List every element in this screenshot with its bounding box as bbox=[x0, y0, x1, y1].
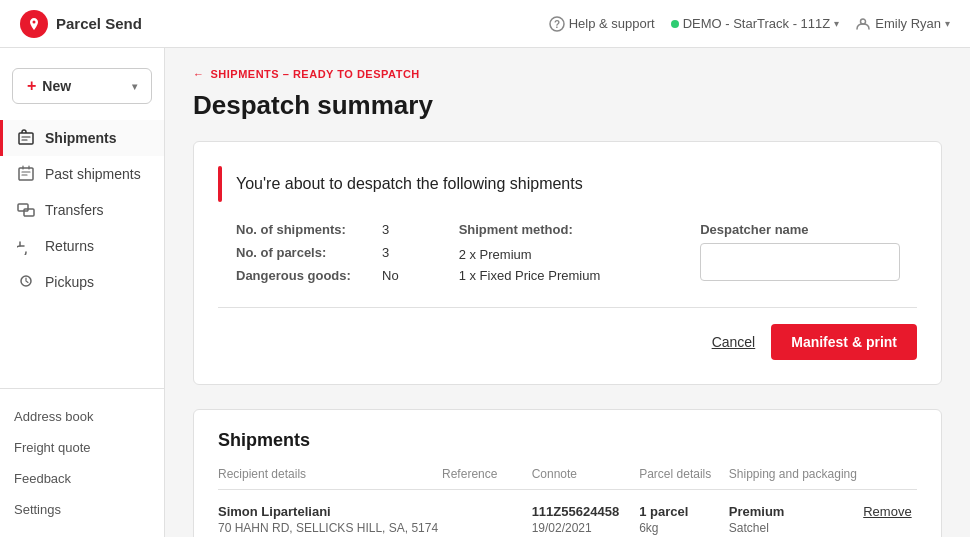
td-action-1: Remove bbox=[863, 504, 917, 519]
shipment-method-values: 2 x Premium1 x Fixed Price Premium bbox=[459, 245, 601, 287]
sidebar-item-past-shipments[interactable]: Past shipments bbox=[0, 156, 164, 192]
th-shipping: Shipping and packaging bbox=[729, 467, 863, 481]
breadcrumb-text: SHIPMENTS – READY TO DESPATCH bbox=[211, 68, 420, 80]
transfers-icon bbox=[17, 201, 35, 219]
breadcrumb-arrow: ← bbox=[193, 68, 205, 80]
help-icon: ? bbox=[549, 16, 565, 32]
sidebar-bottom: Address book Freight quote Feedback Sett… bbox=[0, 388, 164, 537]
td-shipping-1: Premium Satchel bbox=[729, 504, 863, 535]
th-parcel: Parcel details bbox=[639, 467, 729, 481]
pickups-icon bbox=[17, 273, 35, 291]
svg-rect-5 bbox=[19, 168, 33, 180]
parcels-value: 3 bbox=[382, 245, 389, 260]
th-reference: Reference bbox=[442, 467, 532, 481]
layout: + New ▾ Shipments bbox=[0, 48, 970, 537]
demo-label: DEMO - StarTrack - 111Z bbox=[683, 16, 831, 31]
table-header: Recipient details Reference Connote Parc… bbox=[218, 467, 917, 490]
new-button[interactable]: + New ▾ bbox=[12, 68, 152, 104]
cancel-button[interactable]: Cancel bbox=[712, 334, 756, 350]
header-right: ? Help & support DEMO - StarTrack - 111Z… bbox=[549, 16, 950, 32]
chevron-down-icon: ▾ bbox=[834, 18, 839, 29]
th-recipient: Recipient details bbox=[218, 467, 442, 481]
remove-button-1[interactable]: Remove bbox=[863, 504, 911, 519]
sidebar-item-past-shipments-label: Past shipments bbox=[45, 166, 141, 182]
status-dot bbox=[671, 20, 679, 28]
sidebar-nav: Shipments Past shipments bbox=[0, 120, 164, 388]
despatcher-name-input[interactable] bbox=[700, 243, 900, 281]
new-chevron-icon: ▾ bbox=[132, 81, 137, 92]
despatch-card: You're about to despatch the following s… bbox=[193, 141, 942, 385]
shipments-value: 3 bbox=[382, 222, 389, 237]
main-content: ← SHIPMENTS – READY TO DESPATCH Despatch… bbox=[165, 48, 970, 537]
demo-account[interactable]: DEMO - StarTrack - 111Z ▾ bbox=[671, 16, 840, 31]
shipments-section: Shipments Recipient details Reference Co… bbox=[193, 409, 942, 537]
dangerous-goods-label: Dangerous goods: bbox=[236, 268, 366, 283]
sidebar-item-returns[interactable]: Returns bbox=[0, 228, 164, 264]
svg-rect-7 bbox=[24, 209, 34, 216]
help-support[interactable]: ? Help & support bbox=[549, 16, 655, 32]
th-connote: Connote bbox=[532, 467, 640, 481]
parcel-count-1: 1 parcel bbox=[639, 504, 729, 519]
sidebar-bottom-freight-quote[interactable]: Freight quote bbox=[0, 432, 164, 463]
shipment-method-section: Shipment method: 2 x Premium1 x Fixed Pr… bbox=[459, 222, 601, 287]
red-accent-bar bbox=[218, 166, 222, 202]
svg-point-0 bbox=[33, 20, 36, 23]
sidebar-item-transfers[interactable]: Transfers bbox=[0, 192, 164, 228]
despatch-actions: Cancel Manifest & print bbox=[218, 307, 917, 360]
plus-icon: + bbox=[27, 77, 36, 95]
sidebar-item-pickups-label: Pickups bbox=[45, 274, 94, 290]
shipping-name-1: Premium bbox=[729, 504, 863, 519]
despatch-card-title: You're about to despatch the following s… bbox=[236, 175, 583, 193]
parcel-weight-1: 6kg bbox=[639, 521, 729, 535]
sidebar-bottom-feedback[interactable]: Feedback bbox=[0, 463, 164, 494]
shipments-icon bbox=[17, 129, 35, 147]
sidebar-item-returns-label: Returns bbox=[45, 238, 94, 254]
sidebar-item-shipments[interactable]: Shipments bbox=[0, 120, 164, 156]
svg-text:?: ? bbox=[554, 19, 560, 30]
despatcher-name-label: Despatcher name bbox=[700, 222, 900, 237]
sidebar: + New ▾ Shipments bbox=[0, 48, 165, 537]
shipments-section-title: Shipments bbox=[218, 430, 917, 451]
sidebar-item-pickups[interactable]: Pickups bbox=[0, 264, 164, 300]
td-parcel-1: 1 parcel 6kg bbox=[639, 504, 729, 535]
header: Parcel Send ? Help & support DEMO - Star… bbox=[0, 0, 970, 48]
svg-rect-6 bbox=[18, 204, 28, 211]
despatch-info: No. of shipments: 3 No. of parcels: 3 Da… bbox=[218, 222, 917, 287]
new-button-label: New bbox=[42, 78, 71, 94]
info-row-parcels: No. of parcels: 3 bbox=[236, 245, 399, 260]
shipping-type-1: Satchel bbox=[729, 521, 863, 535]
logo-icon bbox=[20, 10, 48, 38]
logo-text: Parcel Send bbox=[56, 15, 142, 32]
info-section-left: No. of shipments: 3 No. of parcels: 3 Da… bbox=[236, 222, 399, 287]
td-connote-1: 111Z55624458 19/02/2021 bbox=[532, 504, 640, 535]
recipient-address-1: 70 HAHN RD, SELLICKS HILL, SA, 5174 bbox=[218, 521, 442, 535]
dangerous-goods-value: No bbox=[382, 268, 399, 283]
recipient-name-1: Simon Liparteliani bbox=[218, 504, 442, 519]
user-chevron-icon: ▾ bbox=[945, 18, 950, 29]
despatch-card-header: You're about to despatch the following s… bbox=[218, 166, 917, 202]
returns-icon bbox=[17, 237, 35, 255]
manifest-print-button[interactable]: Manifest & print bbox=[771, 324, 917, 360]
th-action bbox=[863, 467, 917, 481]
td-recipient-1: Simon Liparteliani 70 HAHN RD, SELLICKS … bbox=[218, 504, 442, 535]
help-label: Help & support bbox=[569, 16, 655, 31]
breadcrumb: ← SHIPMENTS – READY TO DESPATCH bbox=[193, 68, 942, 80]
connote-date-1: 19/02/2021 bbox=[532, 521, 640, 535]
info-row-dangerous-goods: Dangerous goods: No bbox=[236, 268, 399, 283]
past-shipments-icon bbox=[17, 165, 35, 183]
info-row-shipments: No. of shipments: 3 bbox=[236, 222, 399, 237]
sidebar-bottom-settings[interactable]: Settings bbox=[0, 494, 164, 525]
sidebar-item-transfers-label: Transfers bbox=[45, 202, 104, 218]
connote-number-1: 111Z55624458 bbox=[532, 504, 640, 519]
sidebar-item-shipments-label: Shipments bbox=[45, 130, 117, 146]
user-label: Emily Ryan bbox=[875, 16, 941, 31]
svg-rect-4 bbox=[19, 133, 33, 144]
table-row: Simon Liparteliani 70 HAHN RD, SELLICKS … bbox=[218, 490, 917, 537]
parcels-label: No. of parcels: bbox=[236, 245, 366, 260]
user-menu[interactable]: Emily Ryan ▾ bbox=[855, 16, 950, 32]
shipment-method-label: Shipment method: bbox=[459, 222, 601, 237]
logo: Parcel Send bbox=[20, 10, 142, 38]
sidebar-bottom-address-book[interactable]: Address book bbox=[0, 401, 164, 432]
page-title: Despatch summary bbox=[193, 90, 942, 121]
shipments-label: No. of shipments: bbox=[236, 222, 366, 237]
